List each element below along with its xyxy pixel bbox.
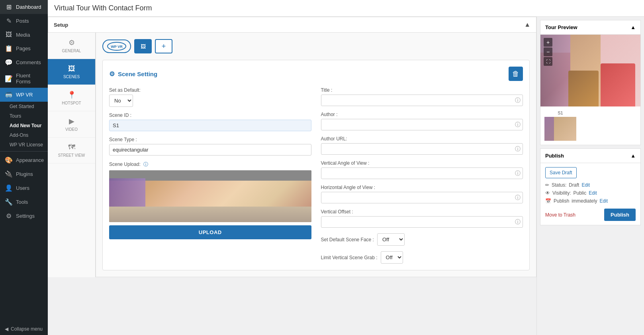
comments-icon: 💬 <box>5 59 13 66</box>
title-input[interactable] <box>321 95 523 106</box>
nav-video[interactable]: ▶ VIDEO <box>48 111 95 138</box>
sidebar-item-label: Users <box>16 185 29 191</box>
plus-icon: + <box>162 42 166 51</box>
plugins-icon: 🔌 <box>5 170 13 178</box>
horizontal-aov-input[interactable] <box>321 192 523 203</box>
general-icon: ⚙ <box>69 38 75 47</box>
upload-label: Scene Upload: ⓘ <box>109 161 311 168</box>
sidebar-item-posts[interactable]: ✎ Posts <box>0 14 48 28</box>
publish-time-row: 📅 Publish immediately Edit <box>545 198 636 204</box>
sidebar-item-add-new-tour[interactable]: Add New Tour <box>5 121 48 130</box>
status-edit-link[interactable]: Edit <box>581 182 590 188</box>
author-url-info-icon: ⓘ <box>515 146 521 153</box>
sidebar-item-wp-vr[interactable]: 🥽 WP VR <box>0 88 48 102</box>
video-icon: ▶ <box>69 117 74 126</box>
default-scene-face-group: Set Default Scene Face : Off Front Back <box>321 233 523 246</box>
sidebar-item-label: Comments <box>16 59 41 65</box>
publish-button[interactable]: Publish <box>604 209 636 221</box>
vertical-aov-group: Vertical Angle of View : ⓘ <box>321 160 523 179</box>
scene-id-input[interactable] <box>109 120 311 131</box>
collapse-icon: ▲ <box>524 21 530 28</box>
publish-title: Publish <box>545 153 564 159</box>
publish-time-edit-link[interactable]: Edit <box>599 198 608 204</box>
scene-setting-header: ⚙ Scene Setting 🗑 <box>109 67 523 81</box>
tour-preview-section: Tour Preview ▲ + − ⛶ <box>540 20 641 145</box>
scene-col-right: Title : ⓘ Author : <box>321 87 523 264</box>
setup-title: Setup <box>54 22 68 28</box>
zoom-out-button[interactable]: − <box>544 47 552 56</box>
scene-thumb-s1: S1 <box>544 110 576 141</box>
sidebar-item-label: Fluent Forms <box>16 73 43 85</box>
limit-vertical-label: Limit Vertical Scene Grab : <box>321 255 378 260</box>
visibility-edit-link[interactable]: Edit <box>589 190 597 196</box>
nav-scenes[interactable]: 🖼 SCENES <box>48 59 95 85</box>
sidebar-item-pages[interactable]: 📋 Pages <box>0 41 48 55</box>
save-draft-button[interactable]: Save Draft <box>545 167 577 178</box>
sidebar-item-media[interactable]: 🖼 Media <box>0 28 48 41</box>
sidebar-item-tools[interactable]: 🔧 Tools <box>0 195 48 209</box>
sidebar-item-add-ons[interactable]: Add-Ons <box>5 130 48 140</box>
appearance-icon: 🎨 <box>5 156 13 164</box>
sidebar-submenu-label: Add-Ons <box>10 132 28 138</box>
sidebar-item-get-started[interactable]: Get Started <box>5 102 48 111</box>
publish-content: Save Draft ✏ Status: Draft Edit 👁 Visibi… <box>540 163 640 225</box>
sidebar-item-label: Pages <box>16 45 31 51</box>
wpvr-logo[interactable]: WP VR <box>102 39 131 53</box>
zoom-in-button[interactable]: + <box>544 38 552 47</box>
status-row: ✏ Status: Draft Edit <box>545 182 636 188</box>
setup-section-header[interactable]: Setup ▲ <box>48 17 536 33</box>
author-input[interactable] <box>321 119 523 130</box>
sidebar-item-users[interactable]: 👤 Users <box>0 181 48 195</box>
scene-type-input[interactable] <box>109 144 311 156</box>
limit-vertical-select[interactable]: Off On <box>381 251 403 264</box>
scene-id-label: Scene ID : <box>109 112 311 118</box>
sidebar-item-tours[interactable]: Tours <box>5 111 48 121</box>
author-input-wrapper: ⓘ <box>321 119 523 130</box>
thumb-preview[interactable] <box>544 117 576 141</box>
scene-setting-label: Scene Setting <box>118 71 157 77</box>
settings-icon: ⚙ <box>5 212 13 220</box>
delete-scene-button[interactable]: 🗑 <box>509 67 523 81</box>
gear-icon: ⚙ <box>109 70 115 78</box>
set-as-default-select[interactable]: No Yes <box>109 95 133 107</box>
fullscreen-button[interactable]: ⛶ <box>544 57 552 66</box>
users-icon: 👤 <box>5 184 13 192</box>
move-to-trash-link[interactable]: Move to Trash <box>545 212 575 218</box>
vertical-aov-input[interactable] <box>321 168 523 179</box>
vertical-offset-group: Vertical Offset : ⓘ <box>321 209 523 228</box>
sidebar-item-fluent-forms[interactable]: 📝 Fluent Forms <box>0 69 48 88</box>
vertical-offset-input[interactable] <box>321 216 523 228</box>
sidebar-item-settings[interactable]: ⚙ Settings <box>0 209 48 223</box>
sidebar-item-comments[interactable]: 💬 Comments <box>0 55 48 69</box>
author-url-input[interactable] <box>321 143 523 155</box>
scene-type-group: Scene Type : <box>109 137 311 156</box>
nav-street-view[interactable]: 🗺 STREET VIEW <box>48 138 95 164</box>
scene-thumb-label: S1 <box>558 110 563 115</box>
page-title-input[interactable] <box>54 4 638 12</box>
default-scene-face-select[interactable]: Off Front Back <box>377 233 405 246</box>
hotspot-icon: 📍 <box>67 91 76 99</box>
tour-preview-collapse-icon: ▲ <box>630 24 636 30</box>
title-info-icon: ⓘ <box>515 97 521 104</box>
visibility-label: Visibility: <box>552 190 571 196</box>
sidebar-item-label: Tools <box>16 199 28 205</box>
nav-label: GENERAL <box>62 49 81 53</box>
upload-info-icon: ⓘ <box>143 162 148 167</box>
haov-info-icon: ⓘ <box>515 194 521 201</box>
nav-general[interactable]: ⚙ GENERAL <box>48 33 95 59</box>
publish-meta: ✏ Status: Draft Edit 👁 Visibility: Publi… <box>545 182 636 204</box>
upload-button[interactable]: UPLOAD <box>109 225 311 239</box>
sidebar-item-label: WP VR <box>16 92 33 98</box>
image-btn[interactable]: 🖼 <box>134 39 152 53</box>
nav-hotspot[interactable]: 📍 HOTSPOT <box>48 85 95 111</box>
sidebar-item-wp-vr-license[interactable]: WP VR License <box>5 140 48 150</box>
tour-preview-header[interactable]: Tour Preview ▲ <box>540 20 640 35</box>
sidebar-submenu-label: Tours <box>10 113 21 119</box>
author-label: Author : <box>321 112 523 117</box>
sidebar-item-dashboard[interactable]: ⊞ Dashboard <box>0 0 48 14</box>
sidebar-item-appearance[interactable]: 🎨 Appearance <box>0 153 48 167</box>
collapse-menu[interactable]: ◀ Collapse menu <box>0 323 48 335</box>
publish-header[interactable]: Publish ▲ <box>540 149 640 163</box>
add-btn[interactable]: + <box>155 39 172 53</box>
sidebar-item-plugins[interactable]: 🔌 Plugins <box>0 167 48 181</box>
